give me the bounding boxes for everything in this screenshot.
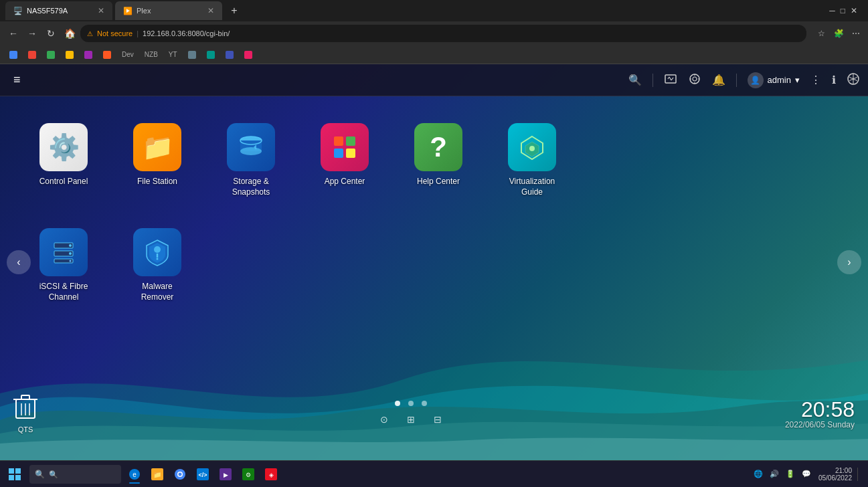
dot-3[interactable] (422, 401, 427, 406)
malware-svg (143, 237, 172, 267)
bookmark-item[interactable] (222, 50, 238, 60)
storage-icon-btn[interactable] (688, 72, 701, 88)
search-input[interactable] (49, 470, 116, 478)
windows-logo-icon (8, 468, 21, 481)
help-center-icon[interactable]: ? Help Center (402, 118, 475, 203)
taskbar-apps: e 📁 </> ▶ ⚙ (124, 464, 752, 485)
desktop-nav-left-btn[interactable]: ‹ (7, 250, 31, 274)
more-options-btn[interactable]: ⋮ (810, 74, 821, 86)
dot-1[interactable] (395, 401, 400, 406)
tab-bar: 🖥️ NAS5F579A ✕ ▶️ Plex ✕ + ─ □ ✕ (0, 0, 868, 21)
tab-plex-close-btn[interactable]: ✕ (207, 6, 214, 15)
admin-label: admin (768, 75, 791, 85)
tab-close-btn[interactable]: ✕ (98, 6, 104, 15)
app-center-label: App Center (325, 177, 365, 187)
control-panel-label: Control Panel (39, 177, 88, 187)
dot-2[interactable] (408, 401, 414, 406)
svg-point-26 (69, 244, 72, 247)
taskbar-app1-btn[interactable]: ▶ (215, 464, 236, 485)
qts-header: ≡ 🔍 (0, 64, 868, 96)
bookmark-item[interactable] (203, 50, 219, 60)
svg-rect-41 (15, 475, 21, 480)
bookmark-item[interactable] (184, 50, 200, 60)
taskbar-explorer-btn[interactable]: 📁 (147, 464, 168, 485)
bookmark-dev[interactable]: Dev (118, 50, 138, 60)
taskbar-app3-btn[interactable]: ◈ (260, 464, 282, 485)
control-panel-icon[interactable]: ⚙️ Control Panel (27, 118, 100, 203)
qts-taskbar: QTS ⊙ ⊞ ⊟ 20:58 2022/06/05 Sunday (0, 394, 868, 433)
file-station-icon[interactable]: 📁 File Station (120, 118, 194, 203)
app-center-icon[interactable]: App Center (308, 118, 381, 203)
taskbar-chrome-btn[interactable] (169, 464, 191, 485)
battery-icon[interactable]: 🔋 (784, 468, 797, 481)
virtualization-svg (517, 132, 547, 162)
forward-btn[interactable]: → (24, 25, 40, 41)
extensions-btn[interactable]: 🧩 (832, 27, 845, 40)
svg-text:e: e (133, 471, 137, 478)
taskbar-vscode-btn[interactable]: </> (192, 464, 213, 485)
file-station-img: 📁 (133, 123, 181, 171)
taskbar-search-box[interactable]: 🔍 (29, 465, 121, 484)
bookmark-item[interactable] (80, 50, 96, 60)
bookmark-item[interactable] (99, 50, 115, 60)
taskbar-app2-btn[interactable]: ⚙ (238, 464, 259, 485)
bookmark-item[interactable] (43, 50, 59, 60)
start-button[interactable] (3, 462, 27, 486)
desktop-ctrl-btn-3[interactable]: ⊟ (430, 411, 446, 427)
bookmark-yt[interactable]: YT (165, 50, 181, 60)
folder-icon: 📁 (142, 132, 173, 162)
minimize-browser-btn[interactable]: ─ (829, 6, 835, 15)
new-tab-button[interactable]: + (225, 1, 244, 20)
svg-text:</>: </> (198, 472, 207, 478)
tab-nas[interactable]: 🖥️ NAS5F579A ✕ (5, 1, 112, 20)
bookmark-star-btn[interactable]: ☆ (814, 27, 828, 40)
taskbar-datetime[interactable]: 21:00 05/06/2022 (816, 467, 855, 482)
taskbar-time-value: 21:00 (818, 467, 852, 474)
desktop-ctrl-btn-1[interactable]: ⊙ (376, 411, 392, 427)
taskbar-edge-btn[interactable]: e (124, 464, 145, 485)
svg-text:⚙: ⚙ (246, 472, 251, 478)
browser-chrome: 🖥️ NAS5F579A ✕ ▶️ Plex ✕ + ─ □ ✕ ← → ↻ 🏠… (0, 0, 868, 64)
virtualization-guide-label: VirtualizationGuide (509, 177, 555, 197)
tab-favicon: 🖥️ (13, 7, 23, 15)
restore-browser-btn[interactable]: □ (841, 6, 845, 15)
malware-remover-icon[interactable]: MalwareRemover (120, 223, 194, 308)
address-separator: | (137, 29, 139, 37)
refresh-btn[interactable]: ↻ (43, 25, 59, 41)
iscsi-img (39, 228, 88, 276)
svg-text:◈: ◈ (269, 472, 274, 478)
accessibility-btn[interactable] (847, 72, 860, 88)
malware-img (133, 228, 181, 276)
address-text: 192.168.0.36:8080/cgi-bin/ (143, 29, 230, 37)
trash-icon-container[interactable]: QTS (13, 394, 37, 433)
back-btn[interactable]: ← (5, 25, 21, 41)
action-center-icon[interactable]: 💬 (800, 468, 813, 481)
iscsi-fibre-icon[interactable]: iSCSI & FibreChannel (27, 223, 100, 308)
admin-menu-btn[interactable]: 👤 admin ▾ (748, 72, 800, 88)
close-browser-btn[interactable]: ✕ (851, 6, 857, 15)
home-btn[interactable]: 🏠 (62, 25, 78, 41)
hamburger-menu-btn[interactable]: ≡ (8, 70, 26, 90)
tab-plex[interactable]: ▶️ Plex ✕ (115, 1, 222, 20)
browser-menu-btn[interactable]: ⋯ (849, 27, 863, 40)
header-right: 🔍 🔔 (628, 72, 860, 88)
desktop-ctrl-btn-2[interactable]: ⊞ (403, 411, 419, 427)
notifications-btn[interactable]: 🔔 (712, 74, 725, 86)
svg-rect-19 (346, 149, 355, 158)
storage-snapshots-icon[interactable]: Storage &Snapshots (214, 118, 288, 203)
network-icon[interactable]: 🌐 (752, 468, 765, 481)
show-desktop-btn[interactable] (857, 468, 863, 481)
bookmark-nzb[interactable]: NZB (141, 50, 162, 60)
bookmark-item[interactable] (62, 50, 78, 60)
volume-icon[interactable]: 🔊 (768, 468, 781, 481)
bookmark-item[interactable] (5, 50, 21, 60)
desktop-nav-right-btn[interactable]: › (837, 250, 861, 274)
bookmark-item[interactable] (240, 50, 256, 60)
resource-monitor-btn[interactable] (664, 72, 677, 88)
help-center-img: ? (414, 123, 462, 171)
virtualization-guide-icon[interactable]: VirtualizationGuide (495, 118, 569, 203)
search-btn[interactable]: 🔍 (628, 74, 642, 86)
address-bar[interactable]: ⚠ Not secure | 192.168.0.36:8080/cgi-bin… (80, 25, 806, 42)
bookmark-item[interactable] (24, 50, 40, 60)
info-btn[interactable]: ℹ (832, 74, 836, 86)
